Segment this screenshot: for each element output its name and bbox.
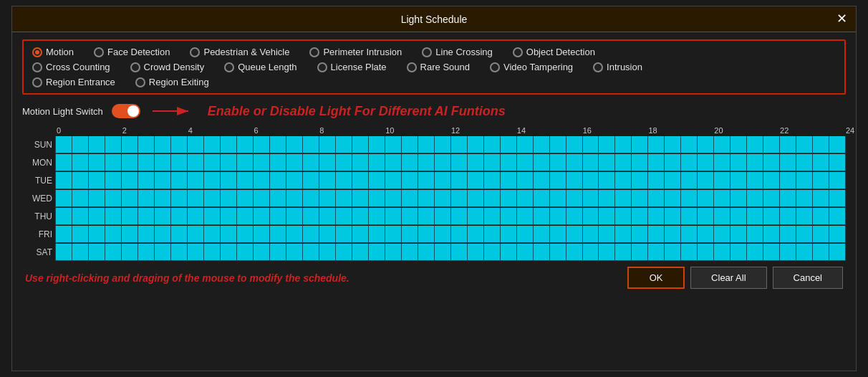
grid-cell[interactable] <box>451 136 468 153</box>
grid-cell[interactable] <box>829 172 846 189</box>
grid-cell[interactable] <box>369 226 385 243</box>
grid-cell[interactable] <box>813 208 829 225</box>
grid-cell[interactable] <box>171 190 188 207</box>
grid-cell[interactable] <box>319 226 336 243</box>
grid-cell[interactable] <box>72 208 89 225</box>
grid-cell[interactable] <box>599 136 615 153</box>
grid-cell[interactable] <box>138 136 155 153</box>
grid-cell[interactable] <box>89 208 105 225</box>
grid-cell[interactable] <box>665 154 681 171</box>
grid-cell[interactable] <box>286 244 303 261</box>
grid-cell[interactable] <box>534 226 550 243</box>
grid-cell[interactable] <box>89 154 105 171</box>
grid-cell[interactable] <box>385 226 402 243</box>
grid-cell[interactable] <box>780 208 796 225</box>
grid-cell[interactable] <box>714 154 730 171</box>
grid-cell[interactable] <box>138 154 155 171</box>
grid-cell[interactable] <box>534 208 550 225</box>
radio-item-face-detection[interactable]: Face Detection <box>94 47 170 57</box>
grid-cell[interactable] <box>55 244 72 261</box>
grid-cell[interactable] <box>730 226 747 243</box>
grid-cell[interactable] <box>171 208 188 225</box>
grid-cell[interactable] <box>829 154 846 171</box>
grid-cell[interactable] <box>829 226 846 243</box>
grid-cell[interactable] <box>501 154 517 171</box>
grid-cell[interactable] <box>237 208 254 225</box>
grid-cell[interactable] <box>402 172 418 189</box>
grid-cell[interactable] <box>435 208 451 225</box>
grid-cell[interactable] <box>89 172 105 189</box>
grid-cell[interactable] <box>155 226 171 243</box>
grid-cell[interactable] <box>501 208 517 225</box>
grid-cell[interactable] <box>286 154 303 171</box>
grid-cell[interactable] <box>188 208 204 225</box>
grid-cell[interactable] <box>138 172 155 189</box>
grid-cell[interactable] <box>747 226 763 243</box>
grid-cell[interactable] <box>714 244 730 261</box>
grid-cell[interactable] <box>714 190 730 207</box>
grid-cell[interactable] <box>418 154 435 171</box>
grid-cell[interactable] <box>72 136 89 153</box>
grid-cell[interactable] <box>747 136 763 153</box>
grid-cell[interactable] <box>270 172 286 189</box>
grid-cell[interactable] <box>270 226 286 243</box>
grid-cell[interactable] <box>484 154 501 171</box>
schedule-row-mon[interactable]: MON <box>22 154 846 171</box>
grid-cell[interactable] <box>829 190 846 207</box>
grid-cell[interactable] <box>763 190 780 207</box>
grid-cell[interactable] <box>122 172 138 189</box>
toggle-switch[interactable] <box>112 104 140 118</box>
radio-item-object-detection[interactable]: Object Detection <box>513 47 595 57</box>
grid-cell[interactable] <box>451 208 468 225</box>
grid-cell[interactable] <box>286 208 303 225</box>
grid-cell[interactable] <box>714 172 730 189</box>
grid-cell[interactable] <box>319 208 336 225</box>
grid-cell[interactable] <box>336 172 352 189</box>
grid-cell[interactable] <box>254 136 270 153</box>
grid-cell[interactable] <box>615 136 632 153</box>
grid-cell[interactable] <box>599 154 615 171</box>
grid-cell[interactable] <box>171 154 188 171</box>
grid-cell[interactable] <box>730 244 747 261</box>
grid-cell[interactable] <box>534 244 550 261</box>
grid-cell[interactable] <box>451 226 468 243</box>
grid-cell[interactable] <box>665 190 681 207</box>
grid-cell[interactable] <box>730 208 747 225</box>
grid-cell[interactable] <box>303 154 319 171</box>
grid-cell[interactable] <box>566 136 583 153</box>
radio-item-crowd-density[interactable]: Crowd Density <box>130 62 205 72</box>
schedule-row-tue[interactable]: TUE <box>22 172 846 189</box>
grid-cell[interactable] <box>369 244 385 261</box>
grid-cell[interactable] <box>665 208 681 225</box>
grid-cell[interactable] <box>796 154 813 171</box>
grid-cell[interactable] <box>517 154 534 171</box>
grid-cell[interactable] <box>550 154 566 171</box>
grid-cell[interactable] <box>632 208 648 225</box>
grid-cell[interactable] <box>352 226 369 243</box>
grid-cell[interactable] <box>730 154 747 171</box>
grid-cell[interactable] <box>681 190 698 207</box>
grid-cell[interactable] <box>681 208 698 225</box>
radio-item-rare-sound[interactable]: Rare Sound <box>407 62 470 72</box>
grid-cell[interactable] <box>105 208 122 225</box>
grid-cell[interactable] <box>270 190 286 207</box>
grid-cell[interactable] <box>402 154 418 171</box>
grid-cell[interactable] <box>566 244 583 261</box>
grid-cell[interactable] <box>138 208 155 225</box>
grid-cell[interactable] <box>632 190 648 207</box>
grid-cell[interactable] <box>468 226 484 243</box>
grid-cell[interactable] <box>122 226 138 243</box>
grid-cell[interactable] <box>89 226 105 243</box>
grid-cell[interactable] <box>303 136 319 153</box>
grid-cell[interactable] <box>484 226 501 243</box>
grid-cell[interactable] <box>369 190 385 207</box>
grid-cell[interactable] <box>122 136 138 153</box>
grid-cell[interactable] <box>171 244 188 261</box>
grid-cell[interactable] <box>796 244 813 261</box>
cancel-button[interactable]: Cancel <box>773 267 843 289</box>
grid-cell[interactable] <box>352 136 369 153</box>
grid-cell[interactable] <box>105 136 122 153</box>
grid-cell[interactable] <box>122 190 138 207</box>
grid-cell[interactable] <box>369 208 385 225</box>
grid-cell[interactable] <box>319 190 336 207</box>
